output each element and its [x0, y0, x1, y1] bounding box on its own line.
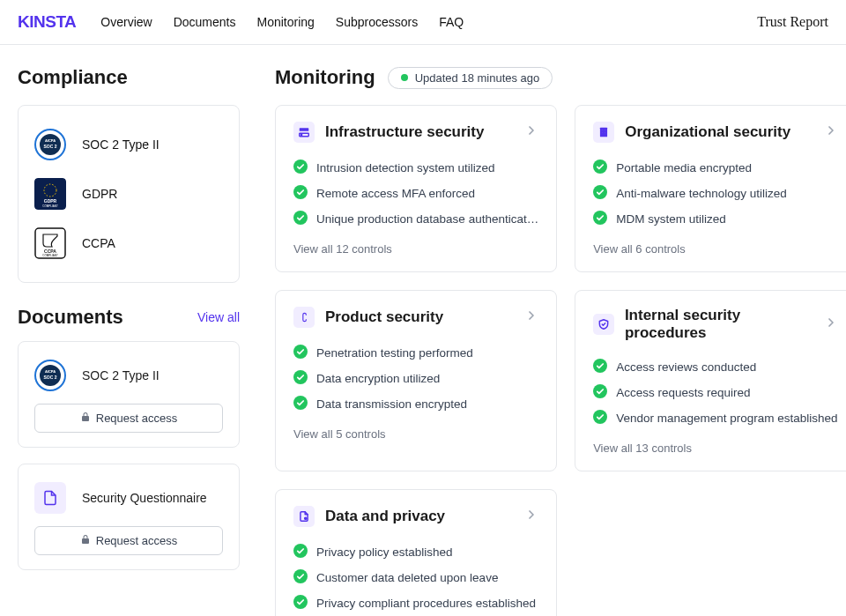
monitoring-card-title: Product security: [325, 308, 443, 326]
document-label: SOC 2 Type II: [82, 368, 160, 382]
monitoring-card-header-data-and-privacy[interactable]: Data and privacy: [293, 506, 538, 527]
request-access-label: Request access: [96, 534, 178, 547]
svg-rect-24: [602, 131, 604, 133]
trust-report-label: Trust Report: [757, 14, 828, 30]
view-all-controls-link[interactable]: View all 13 controls: [593, 442, 837, 455]
svg-rect-36: [305, 518, 306, 519]
control-label: Customer data deleted upon leave: [316, 571, 498, 584]
monitoring-card-title: Internal security procedures: [625, 307, 824, 342]
control-item: MDM system utilized: [593, 206, 837, 232]
control-label: Anti-malware technology utilized: [616, 187, 787, 200]
control-item: Penetration testing performed: [293, 340, 538, 366]
check-icon: [593, 384, 607, 401]
control-item: Remote access MFA enforced: [293, 181, 538, 206]
nav-documents[interactable]: Documents: [174, 15, 236, 29]
chevron-right-icon: [524, 508, 538, 525]
control-label: Portable media encrypted: [616, 161, 752, 174]
document-card-security-questionnaire: Security Questionnaire Request access: [18, 464, 240, 570]
control-label: MDM system utilized: [616, 212, 726, 226]
monitoring-card: Product securityPenetration testing perf…: [275, 290, 557, 471]
nav-subprocessors[interactable]: Subprocessors: [336, 15, 418, 29]
main-nav: Overview Documents Monitoring Subprocess…: [100, 15, 464, 29]
check-icon: [593, 211, 607, 227]
compliance-item-gdpr[interactable]: GDPRCOMPLIANT GDPR: [34, 169, 223, 219]
updated-pill: Updated 18 minutes ago: [388, 67, 553, 89]
compliance-item-label: SOC 2 Type II: [82, 137, 160, 152]
lock-icon: [80, 534, 91, 547]
monitoring-card-header-internal-security-procedures[interactable]: Internal security procedures: [593, 307, 837, 342]
check-icon: [593, 359, 607, 375]
control-item: Anti-malware technology utilized: [593, 181, 837, 206]
control-item: Access reviews conducted: [593, 354, 837, 380]
infra-icon: [293, 122, 315, 143]
monitoring-heading: Monitoring: [275, 66, 375, 89]
soc2-badge-icon: AICPASOC 2: [34, 360, 66, 391]
compliance-item-label: GDPR: [82, 187, 117, 201]
nav-overview[interactable]: Overview: [100, 15, 152, 29]
control-item: Privacy compliant procedures established: [293, 590, 538, 616]
compliance-item-ccpa[interactable]: CCPACOMPLIANT CCPA: [34, 219, 223, 268]
status-dot-icon: [401, 74, 408, 81]
control-item: Privacy policy established: [293, 539, 538, 565]
check-icon: [293, 544, 308, 560]
product-icon: [293, 307, 315, 328]
monitoring-card: Organizational securityPortable media en…: [575, 105, 846, 272]
org-icon: [593, 122, 614, 143]
chevron-right-icon: [524, 308, 538, 326]
request-access-button[interactable]: Request access: [34, 404, 223, 433]
monitoring-card-header-product-security[interactable]: Product security: [293, 307, 538, 328]
soc2-badge-icon: AICPASOC 2: [34, 129, 66, 160]
monitoring-card-title: Infrastructure security: [325, 123, 484, 141]
nav-faq[interactable]: FAQ: [439, 15, 464, 29]
check-icon: [593, 410, 607, 427]
svg-text:AICPA: AICPA: [45, 138, 56, 143]
document-label: Security Questionnaire: [82, 491, 207, 505]
request-access-label: Request access: [96, 412, 178, 425]
documents-view-all-link[interactable]: View all: [197, 310, 240, 324]
control-label: Intrusion detection system utilized: [316, 161, 495, 174]
svg-rect-15: [300, 128, 309, 131]
view-all-controls-link[interactable]: View all 5 controls: [293, 427, 538, 441]
control-label: Data transmission encrypted: [316, 397, 467, 411]
control-label: Privacy compliant procedures established: [316, 597, 536, 610]
control-item: Portable media encrypted: [593, 155, 837, 181]
control-item: Data encryption utilized: [293, 366, 538, 391]
check-icon: [293, 370, 308, 387]
monitoring-card-header-organizational-security[interactable]: Organizational security: [593, 122, 837, 143]
svg-point-17: [301, 134, 302, 135]
check-icon: [293, 396, 308, 412]
svg-text:SOC 2: SOC 2: [43, 144, 56, 149]
control-item: Intrusion detection system utilized: [293, 155, 538, 181]
chevron-right-icon: [824, 315, 838, 333]
updated-text: Updated 18 minutes ago: [415, 71, 540, 85]
monitoring-card: Infrastructure securityIntrusion detecti…: [275, 105, 557, 272]
check-icon: [593, 160, 607, 176]
control-item: Access requests required: [593, 380, 837, 405]
request-access-button[interactable]: Request access: [34, 526, 223, 555]
view-all-controls-link[interactable]: View all 6 controls: [593, 242, 837, 256]
check-icon: [293, 185, 308, 202]
gdpr-badge-icon: GDPRCOMPLIANT: [34, 178, 66, 210]
logo: KINSTA: [18, 12, 76, 32]
nav-monitoring[interactable]: Monitoring: [256, 15, 314, 29]
check-icon: [293, 160, 308, 176]
compliance-item-label: CCPA: [82, 236, 115, 250]
control-label: Access requests required: [616, 386, 750, 399]
svg-text:COMPLIANT: COMPLIANT: [42, 254, 58, 257]
monitoring-card-title: Organizational security: [625, 123, 790, 141]
top-bar: KINSTA Overview Documents Monitoring Sub…: [0, 0, 846, 45]
check-icon: [293, 569, 308, 586]
control-label: Remote access MFA enforced: [316, 187, 475, 200]
document-card-soc2: AICPASOC 2 SOC 2 Type II Request access: [18, 341, 240, 448]
compliance-item-soc2[interactable]: AICPASOC 2 SOC 2 Type II: [34, 120, 223, 169]
chevron-right-icon: [824, 123, 838, 141]
view-all-controls-link[interactable]: View all 12 controls: [293, 242, 538, 256]
documents-heading: Documents: [18, 306, 123, 329]
chevron-right-icon: [524, 123, 538, 141]
monitoring-card-header-infrastructure-security[interactable]: Infrastructure security: [293, 122, 538, 143]
svg-rect-22: [602, 130, 604, 131]
control-item: Unique production database authenticat…: [293, 206, 538, 232]
ccpa-badge-icon: CCPACOMPLIANT: [34, 227, 66, 259]
control-label: Privacy policy established: [316, 545, 453, 559]
lock-icon: [80, 412, 91, 425]
